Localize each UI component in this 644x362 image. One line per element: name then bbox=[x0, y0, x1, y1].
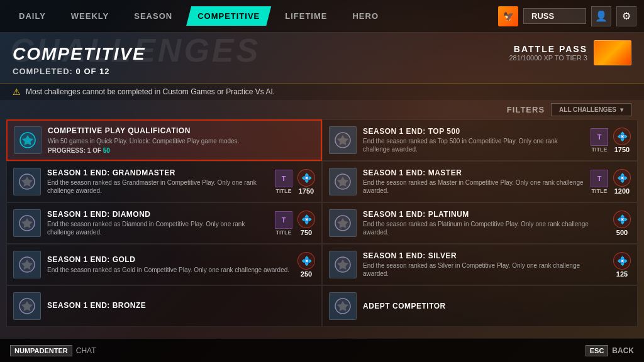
challenge-season1-platinum[interactable]: SEASON 1 END: PLATINUM End the season ra… bbox=[322, 202, 638, 244]
warning-text: Most challenges cannot be completed in C… bbox=[26, 87, 275, 96]
title-icon: T bbox=[591, 128, 608, 146]
challenge-icon-platinum bbox=[329, 209, 357, 237]
challenge-content-bronze: SEASON 1 END: BRONZE bbox=[47, 301, 315, 311]
challenge-desc: Win 50 games in Quick Play. Unlock: Comp… bbox=[48, 137, 314, 145]
tab-season[interactable]: SEASON bbox=[123, 6, 184, 26]
filters-current: ALL CHALLENGES bbox=[559, 106, 616, 113]
reward-xp: 💠 1750 bbox=[297, 169, 315, 195]
rewards-pair: T TITLE 💠 1750 bbox=[591, 128, 631, 153]
challenge-content-adept: ADEPT COMPETITOR bbox=[363, 302, 631, 310]
challenge-icon-master bbox=[329, 168, 357, 195]
battle-pass-label: BATTLE PASS bbox=[509, 44, 587, 54]
reward-xp: 💠 500 bbox=[613, 211, 631, 236]
reward-title: T TITLE bbox=[275, 211, 292, 236]
challenge-season1-diamond[interactable]: SEASON 1 END: DIAMOND End the season ran… bbox=[6, 202, 322, 244]
nav-right: 🦅 RUSS 👤 ⚙ bbox=[498, 6, 636, 26]
reward-value: 1200 bbox=[614, 187, 630, 195]
challenge-rewards-top500: T TITLE 💠 1750 bbox=[591, 128, 631, 153]
back-label: BACK bbox=[612, 346, 634, 355]
rewards-pair: T TITLE 💠 1750 bbox=[275, 169, 315, 195]
warning-icon: ⚠ bbox=[13, 87, 21, 97]
challenge-content-platinum: SEASON 1 END: PLATINUM End the season ra… bbox=[363, 210, 607, 236]
challenge-name: SEASON 1 END: TOP 500 bbox=[363, 127, 584, 136]
xp-icon: 💠 bbox=[613, 252, 631, 270]
header-area: CHALLENGES COMPETITIVE COMPLETED: 0 OF 1… bbox=[0, 33, 644, 83]
reward-title: T TITLE bbox=[275, 170, 292, 194]
challenge-icon-comp-play-qual bbox=[14, 126, 42, 154]
challenge-desc: End the season ranked as Master in Compe… bbox=[363, 178, 584, 195]
avatar: 🦅 bbox=[498, 6, 518, 26]
challenge-season1-bronze[interactable]: SEASON 1 END: BRONZE bbox=[6, 285, 322, 327]
reward-value: 1750 bbox=[614, 146, 630, 153]
challenge-season1-grandmaster[interactable]: SEASON 1 END: GRANDMASTER End the season… bbox=[6, 161, 322, 202]
challenge-icon-adept bbox=[329, 292, 357, 320]
challenge-rewards-platinum: 💠 500 bbox=[613, 211, 631, 236]
challenge-rewards-grandmaster: T TITLE 💠 1750 bbox=[275, 169, 315, 195]
challenge-comp-play-qual[interactable]: COMPETITIVE PLAY QUALIFICATION Win 50 ga… bbox=[6, 119, 322, 161]
challenge-adept-competitor[interactable]: ADEPT COMPETITOR bbox=[322, 285, 638, 327]
challenge-icon-top500 bbox=[329, 126, 357, 154]
title-icon: T bbox=[275, 170, 292, 187]
rewards-pair: T TITLE 💠 1200 bbox=[591, 169, 631, 195]
reward-xp: 💠 1200 bbox=[613, 169, 631, 195]
tab-hero[interactable]: HERO bbox=[341, 6, 390, 26]
tab-weekly[interactable]: WEEKLY bbox=[60, 6, 120, 26]
challenge-desc: End the season ranked as Platinum in Com… bbox=[363, 220, 607, 236]
rewards-pair: T TITLE 💠 750 bbox=[275, 211, 315, 236]
challenge-content-silver: SEASON 1 END: SILVER End the season rank… bbox=[363, 251, 607, 278]
reward-xp: 💠 1750 bbox=[613, 128, 631, 153]
challenge-content-top500: SEASON 1 END: TOP 500 End the season ran… bbox=[363, 127, 584, 153]
reward-value: 500 bbox=[616, 229, 628, 236]
reward-value: 250 bbox=[301, 270, 312, 278]
challenge-rewards-diamond: T TITLE 💠 750 bbox=[275, 211, 315, 236]
progress-highlight: 50 bbox=[103, 147, 110, 154]
back-button[interactable]: ESC BACK bbox=[586, 345, 634, 356]
challenge-name: COMPETITIVE PLAY QUALIFICATION bbox=[48, 126, 314, 135]
xp-icon: 💠 bbox=[613, 128, 631, 145]
top-nav: DAILY WEEKLY SEASON COMPETITIVE LIFETIME… bbox=[0, 0, 644, 33]
friend-button[interactable]: 👤 bbox=[591, 6, 611, 26]
challenge-desc: End the season ranked as Diamond in Comp… bbox=[47, 220, 269, 236]
xp-icon: 💠 bbox=[613, 211, 631, 228]
title-icon: T bbox=[275, 211, 292, 229]
settings-button[interactable]: ⚙ bbox=[616, 6, 636, 26]
challenge-content-gold: SEASON 1 END: GOLD End the season ranked… bbox=[47, 255, 291, 273]
keybind-chat: NUMPADENTER CHAT bbox=[10, 345, 96, 356]
keybind-key: NUMPADENTER bbox=[10, 345, 72, 356]
tab-lifetime[interactable]: LIFETIME bbox=[274, 6, 338, 26]
filters-row: FILTERS ALL CHALLENGES ▾ bbox=[0, 100, 644, 119]
battle-pass-info: BATTLE PASS 281/10000 XP TO TIER 3 bbox=[509, 44, 587, 62]
filters-dropdown[interactable]: ALL CHALLENGES ▾ bbox=[551, 103, 631, 116]
battle-pass-thumbnail bbox=[594, 40, 631, 65]
challenge-name: SEASON 1 END: DIAMOND bbox=[47, 210, 269, 219]
challenge-season1-master[interactable]: SEASON 1 END: MASTER End the season rank… bbox=[322, 161, 638, 202]
challenge-icon-silver bbox=[329, 251, 357, 278]
challenge-name: SEASON 1 END: GRANDMASTER bbox=[47, 168, 269, 177]
challenges-grid: COMPETITIVE PLAY QUALIFICATION Win 50 ga… bbox=[0, 119, 644, 327]
bottom-bar: NUMPADENTER CHAT ESC BACK bbox=[0, 338, 644, 362]
challenge-rewards-gold: 💠 250 bbox=[297, 252, 315, 278]
esc-key: ESC bbox=[586, 345, 609, 356]
tab-competitive[interactable]: COMPETITIVE bbox=[186, 6, 271, 26]
tab-daily[interactable]: DAILY bbox=[8, 6, 57, 26]
reward-value: 750 bbox=[301, 229, 312, 236]
challenge-season1-silver[interactable]: SEASON 1 END: SILVER End the season rank… bbox=[322, 244, 638, 285]
challenge-icon-bronze bbox=[13, 292, 41, 320]
challenge-icon-diamond bbox=[13, 209, 41, 237]
warning-bar: ⚠ Most challenges cannot be completed in… bbox=[0, 83, 644, 100]
reward-xp: 💠 125 bbox=[613, 252, 631, 278]
title-icon: T bbox=[591, 170, 608, 187]
challenge-name: SEASON 1 END: GOLD bbox=[47, 255, 291, 264]
challenge-rewards-silver: 💠 125 bbox=[613, 252, 631, 278]
challenge-icon-gold bbox=[13, 251, 41, 278]
challenge-name: SEASON 1 END: MASTER bbox=[363, 168, 584, 177]
battle-pass-xp: 281/10000 XP TO TIER 3 bbox=[509, 54, 587, 62]
filters-label: FILTERS bbox=[507, 105, 545, 114]
challenge-season1-gold[interactable]: SEASON 1 END: GOLD End the season ranked… bbox=[6, 244, 322, 285]
challenge-content-master: SEASON 1 END: MASTER End the season rank… bbox=[363, 168, 584, 195]
challenge-season1-top500[interactable]: SEASON 1 END: TOP 500 End the season ran… bbox=[322, 119, 638, 161]
reward-value: 125 bbox=[616, 270, 628, 278]
nav-tabs: DAILY WEEKLY SEASON COMPETITIVE LIFETIME… bbox=[8, 6, 390, 26]
reward-label: TITLE bbox=[276, 229, 292, 236]
challenge-desc: End the season ranked as Grandmaster in … bbox=[47, 178, 269, 195]
